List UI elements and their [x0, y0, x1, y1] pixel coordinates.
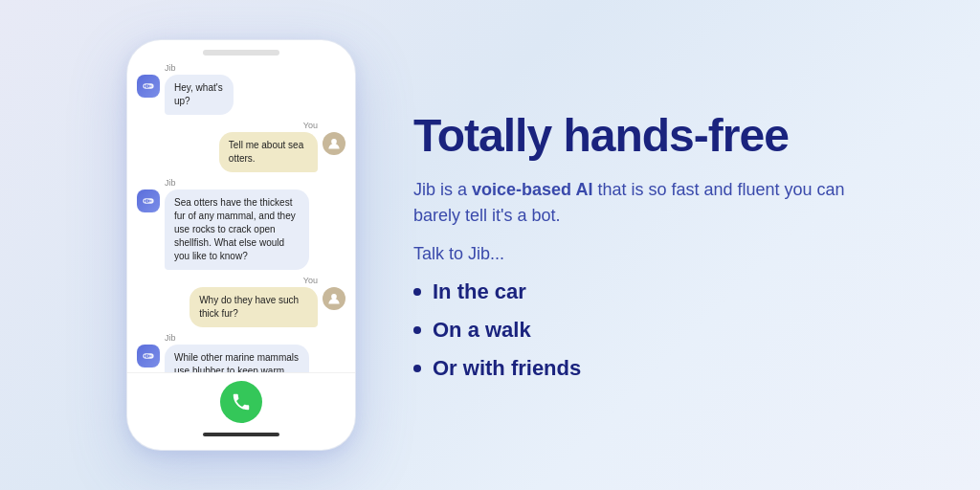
- phone-mockup: Jib Hey, what's up? You Tell me about se…: [126, 39, 356, 451]
- chat-area: Jib Hey, what's up? You Tell me about se…: [127, 56, 355, 372]
- jib-msg-3-col: Jib While other marine mammals use blubb…: [165, 333, 345, 372]
- bullet-item-2: On a walk: [413, 318, 854, 343]
- jib-bubble-2: Sea otters have the thickest fur of any …: [165, 189, 309, 270]
- jib-msg-2-col: Jib Sea otters have the thickest fur of …: [165, 178, 345, 270]
- jib-label-3: Jib: [165, 333, 345, 343]
- jib-bubble-1: Hey, what's up?: [165, 75, 234, 115]
- subtext: Jib is a voice-based AI that is so fast …: [413, 177, 854, 229]
- user-bubble-1: Tell me about sea otters.: [219, 132, 318, 172]
- jib-label-2: Jib: [165, 178, 345, 188]
- bullet-item-1: In the car: [413, 279, 854, 304]
- svg-rect-3: [148, 85, 149, 88]
- svg-rect-16: [150, 355, 151, 356]
- user-label-2: You: [158, 276, 318, 285]
- text-section: Totally hands-free Jib is a voice-based …: [413, 109, 854, 381]
- message-2: You Tell me about sea otters.: [137, 121, 345, 172]
- user-label-1: You: [194, 121, 318, 130]
- bullet-item-3: Or with friends: [413, 356, 854, 381]
- home-bar: [203, 433, 279, 436]
- jib-label-1: Jib: [165, 63, 251, 73]
- svg-rect-10: [150, 200, 151, 201]
- svg-point-5: [331, 139, 337, 145]
- message-5: Jib While other marine mammals use blubb…: [137, 333, 345, 372]
- phone-bottom: [127, 372, 355, 450]
- subtext-bold: voice-based AI: [472, 180, 592, 199]
- main-container: Jib Hey, what's up? You Tell me about se…: [0, 0, 980, 490]
- bullet-list: In the car On a walk Or with friends: [413, 279, 854, 381]
- svg-rect-13: [145, 355, 145, 358]
- user-avatar-2: [323, 287, 345, 310]
- user-avatar-1: [323, 132, 345, 155]
- headline: Totally hands-free: [413, 109, 854, 162]
- jib-msg-1-col: Jib Hey, what's up?: [165, 63, 251, 115]
- talk-label: Talk to Jib...: [413, 244, 854, 264]
- svg-point-11: [331, 294, 337, 300]
- svg-rect-2: [146, 84, 147, 88]
- message-1: Jib Hey, what's up?: [137, 63, 345, 115]
- svg-rect-15: [148, 355, 149, 358]
- message-4: You Why do they have such thick fur?: [137, 276, 345, 327]
- bullet-dot-1: [413, 288, 421, 296]
- jib-avatar-1: [137, 75, 160, 98]
- svg-rect-4: [150, 85, 151, 86]
- user-bubble-2: Why do they have such thick fur?: [189, 287, 318, 327]
- jib-bubble-3: While other marine mammals use blubber t…: [165, 345, 309, 372]
- user-msg-1-col: You Tell me about sea otters.: [194, 121, 318, 172]
- svg-rect-9: [148, 200, 149, 203]
- bullet-dot-2: [413, 326, 421, 334]
- bullet-text-1: In the car: [433, 279, 526, 304]
- svg-rect-7: [145, 200, 145, 203]
- bullet-dot-3: [413, 365, 421, 372]
- message-3: Jib Sea otters have the thickest fur of …: [137, 178, 345, 270]
- bullet-text-2: On a walk: [433, 318, 531, 343]
- jib-avatar-2: [137, 189, 160, 212]
- call-button[interactable]: [220, 381, 262, 423]
- jib-avatar-3: [137, 345, 160, 368]
- user-msg-2-col: You Why do they have such thick fur?: [158, 276, 318, 327]
- svg-rect-8: [146, 199, 147, 203]
- bullet-text-3: Or with friends: [433, 356, 581, 381]
- svg-rect-14: [146, 354, 147, 358]
- svg-rect-1: [145, 85, 145, 88]
